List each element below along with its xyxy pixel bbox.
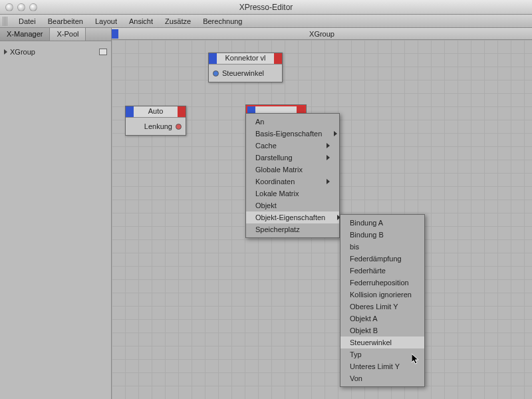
- disclosure-triangle-icon[interactable]: [4, 49, 7, 55]
- port-label: Lenkung: [144, 122, 172, 130]
- context-menu-secondary: Bindung ABindung BbisFederdämpfungFederh…: [340, 214, 425, 387]
- tree-label: XGroup: [10, 48, 35, 56]
- node-konnektor-vl[interactable]: Konnektor vl Steuerwinkel: [208, 53, 283, 82]
- menu-ansicht[interactable]: Ansicht: [124, 16, 158, 27]
- traffic-lights: [5, 3, 37, 11]
- context-menu-item[interactable]: Darstellung: [246, 152, 339, 164]
- node-title: Konnektor vl: [217, 53, 274, 64]
- window-title: XPresso-Editor: [239, 3, 293, 12]
- context-menu-item[interactable]: Unteres Limit Y: [340, 360, 424, 372]
- node-output-bar-icon[interactable]: [178, 106, 186, 117]
- menu-datei[interactable]: Datei: [13, 16, 41, 27]
- menu-layout[interactable]: Layout: [90, 16, 122, 27]
- menubar-grip-icon: [3, 17, 8, 26]
- context-menu-item[interactable]: Bindung A: [340, 217, 424, 229]
- context-menu-item[interactable]: Objekt B: [340, 325, 424, 336]
- context-menu-item[interactable]: Objekt: [246, 200, 339, 211]
- context-menu-item[interactable]: Federruheposition: [340, 277, 424, 289]
- context-menu-item[interactable]: Von: [340, 372, 424, 384]
- menu-bearbeiten[interactable]: Bearbeiten: [43, 16, 88, 27]
- submenu-arrow-icon: [327, 155, 330, 160]
- context-menu-item[interactable]: Typ: [340, 348, 424, 360]
- node-canvas[interactable]: Konnektor vl Steuerwinkel Auto: [112, 40, 532, 399]
- context-menu-item[interactable]: Basis-Eigenschaften: [246, 128, 339, 140]
- context-menu-item[interactable]: Federdämpfung: [340, 253, 424, 265]
- minimize-icon[interactable]: [17, 3, 25, 11]
- context-menu-item[interactable]: Oberes Limit Y: [340, 301, 424, 313]
- context-menu-item[interactable]: Federhärte: [340, 265, 424, 277]
- context-menu-item[interactable]: Objekt A: [340, 313, 424, 325]
- canvas-header-chip-icon: [112, 29, 118, 39]
- context-menu-item[interactable]: Globale Matrix: [246, 164, 339, 176]
- context-menu-item[interactable]: Cache: [246, 140, 339, 152]
- submenu-arrow-icon: [327, 179, 330, 184]
- submenu-arrow-icon: [327, 143, 330, 148]
- window-titlebar: XPresso-Editor: [0, 0, 532, 15]
- context-menu-item[interactable]: Bindung B: [340, 229, 424, 241]
- port-dot-icon[interactable]: [176, 124, 182, 130]
- node-title: Auto: [134, 106, 178, 117]
- sidebar-tabs: X-Manager X-Pool: [0, 28, 111, 41]
- port-lenkung-out[interactable]: Lenkung: [130, 120, 182, 132]
- port-dot-icon[interactable]: [213, 70, 219, 76]
- tree-row-xgroup[interactable]: XGroup: [4, 47, 107, 57]
- context-menu-item[interactable]: Lokale Matrix: [246, 188, 339, 200]
- sidebar: X-Manager X-Pool XGroup: [0, 28, 112, 399]
- close-icon[interactable]: [5, 3, 13, 11]
- context-menu-item[interactable]: Kollision ignorieren: [340, 289, 424, 301]
- context-menu-primary: AnBasis-EigenschaftenCacheDarstellungGlo…: [245, 113, 340, 238]
- port-steuerwinkel-in[interactable]: Steuerwinkel: [213, 67, 278, 79]
- node-output-bar-icon[interactable]: [274, 53, 282, 64]
- node-input-bar-icon[interactable]: [209, 53, 217, 64]
- menubar: Datei Bearbeiten Layout Ansicht Zusätze …: [0, 15, 532, 28]
- submenu-arrow-icon: [334, 131, 337, 136]
- port-label: Steuerwinkel: [222, 69, 264, 77]
- zoom-icon[interactable]: [29, 3, 37, 11]
- context-menu-item[interactable]: Koordinaten: [246, 176, 339, 188]
- context-menu-item[interactable]: Steuerwinkel: [340, 336, 424, 348]
- tab-x-manager[interactable]: X-Manager: [0, 28, 50, 41]
- context-menu-item[interactable]: An: [246, 116, 339, 128]
- menu-berechnung[interactable]: Berechnung: [198, 16, 247, 27]
- node-auto[interactable]: Auto Lenkung: [125, 106, 186, 136]
- context-menu-item[interactable]: Speicherplatz: [246, 223, 339, 235]
- canvas-header: XGroup: [112, 28, 532, 40]
- tree-item-icon: [99, 49, 107, 55]
- context-menu-item[interactable]: bis: [340, 241, 424, 253]
- menu-zusaetze[interactable]: Zusätze: [160, 16, 196, 27]
- node-input-bar-icon[interactable]: [126, 106, 134, 117]
- context-menu-item[interactable]: Objekt-Eigenschaften: [246, 211, 339, 223]
- canvas-title: XGroup: [309, 30, 334, 38]
- tab-x-pool[interactable]: X-Pool: [50, 28, 86, 41]
